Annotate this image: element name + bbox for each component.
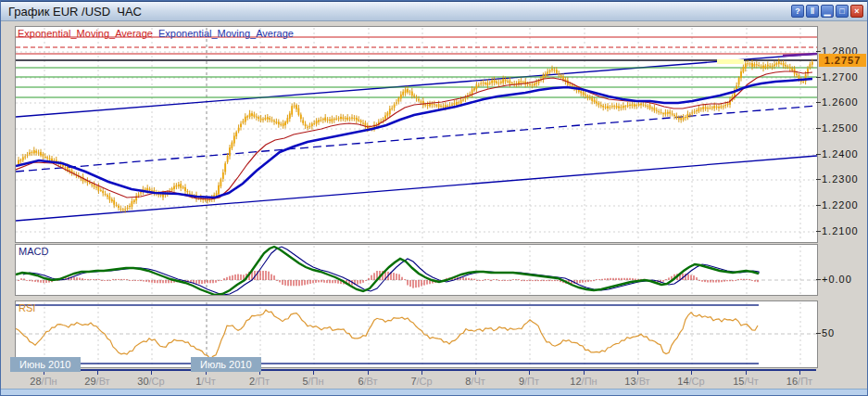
minimize-icon: ▁ [824, 6, 831, 16]
rsi-chart[interactable] [16, 301, 817, 367]
date-label: 5/Пн [287, 376, 339, 387]
price-tick [816, 154, 821, 155]
maximize-button[interactable]: □ [836, 5, 849, 18]
date-label: 1/Чт [180, 376, 232, 387]
macd-zero-tick [816, 279, 821, 280]
price-tick [816, 77, 821, 78]
help-button[interactable]: ? [791, 5, 804, 18]
date-label: 30/Ср [125, 376, 177, 387]
channel-lower [16, 156, 817, 221]
date-tick [637, 371, 638, 375]
price-tick-label: 1.2500 [822, 122, 868, 134]
date-label: 14/Ср [665, 376, 717, 387]
rsi-50-tick [816, 333, 821, 334]
date-label: 6/Вт [342, 376, 394, 387]
help-icon: ? [795, 6, 800, 16]
price-tick-label: 1.2700 [822, 71, 868, 83]
rsi-title: RSI [19, 302, 35, 313]
price-tick-label: 1.2100 [822, 225, 868, 236]
highlight-band [717, 59, 744, 64]
rsi-panel[interactable] [15, 300, 818, 368]
date-tick [313, 371, 314, 375]
macd-signal-line [23, 247, 759, 295]
date-label: 28/Пн [18, 376, 69, 387]
macd-main-line [16, 247, 759, 295]
price-tick-label: 1.2600 [822, 96, 868, 108]
time-axis-line [15, 369, 816, 371]
date-tick [97, 371, 98, 375]
minimize-button[interactable]: ▁ [821, 5, 834, 18]
chart-window: График EUR /USD ЧАС ? ‖ ▁ □ × Exponentia… [0, 0, 868, 396]
candlestick-chart[interactable] [16, 27, 817, 242]
rsi-50-label: 50 [822, 327, 868, 339]
close-button[interactable]: × [850, 5, 863, 18]
date-tick [529, 371, 530, 375]
price-tick [816, 231, 821, 232]
pause-icon: ‖ [811, 6, 814, 16]
date-tick [746, 371, 747, 375]
channel-upper [16, 54, 817, 117]
ema-label-blue: Exponential_Moving_Average [158, 28, 294, 39]
current-price-tag: 1.2757 [819, 54, 866, 67]
window-title: График EUR /USD ЧАС [8, 5, 142, 19]
date-label: 9/Пт [503, 376, 555, 387]
month-badge-july: Июль 2010 [191, 357, 261, 372]
pause-button[interactable]: ‖ [806, 5, 819, 18]
date-label: 2/Пт [233, 376, 285, 387]
maximize-icon: □ [839, 6, 844, 16]
price-tick [816, 51, 821, 52]
price-chart-panel[interactable] [15, 26, 818, 243]
date-label: 8/Чт [449, 376, 501, 387]
indicator-name-labels: Exponential_Moving_AverageExponential_Mo… [18, 28, 294, 39]
date-label: 13/Вт [611, 376, 663, 387]
close-icon: × [854, 6, 859, 16]
date-tick [421, 371, 422, 375]
macd-title: MACD [19, 246, 48, 257]
price-tick-label: 1.2200 [822, 199, 868, 211]
price-tick [816, 102, 821, 103]
macd-panel[interactable] [15, 244, 818, 296]
rsi-main-line [16, 310, 758, 359]
macd-chart[interactable] [16, 245, 817, 295]
price-tick [816, 128, 821, 129]
date-label: 29/Вт [71, 376, 123, 387]
price-tick-label: 1.2300 [822, 173, 868, 185]
date-label: 16/Пт [774, 376, 825, 387]
window-bottom-edge [1, 389, 867, 395]
price-tick [816, 179, 821, 180]
month-badge-june: Июнь 2010 [10, 357, 81, 372]
date-label: 15/Чт [720, 376, 772, 387]
date-tick [799, 371, 800, 375]
date-tick [368, 371, 369, 375]
date-tick [475, 371, 476, 375]
date-tick [691, 371, 692, 375]
date-tick [151, 371, 152, 375]
ema-label-red: Exponential_Moving_Average [18, 28, 153, 39]
macd-zero-label: +0.00 [822, 274, 868, 285]
title-bar[interactable]: График EUR /USD ЧАС ? ‖ ▁ □ × [1, 1, 867, 21]
date-label: 12/Пн [558, 376, 610, 387]
price-tick [816, 205, 821, 206]
date-tick [584, 371, 585, 375]
price-tick-label: 1.2400 [822, 148, 868, 160]
date-label: 7/Ср [396, 376, 447, 387]
